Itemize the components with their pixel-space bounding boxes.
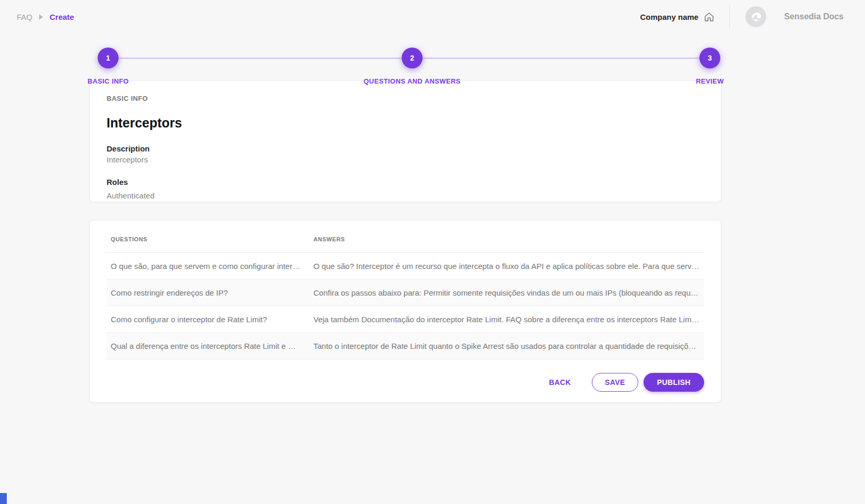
description-value: Interceptors (107, 155, 704, 164)
save-button[interactable]: SAVE (592, 373, 638, 392)
chevron-right-icon (39, 14, 43, 20)
form-actions: BACK SAVE PUBLISH (107, 373, 704, 392)
question-cell: Como configurar o interceptor de Rate Li… (107, 315, 313, 324)
breadcrumb-faq[interactable]: FAQ (17, 13, 32, 21)
basic-info-section-label: BASIC INFO (107, 95, 704, 102)
step-3-label: REVIEW (696, 77, 724, 85)
brand-name: Sensedia Docs (784, 12, 844, 21)
sensedia-logo-icon (745, 6, 766, 27)
qa-table-header: QUESTIONS ANSWERS (107, 236, 704, 253)
step-2-circle[interactable]: 2 (402, 48, 423, 68)
qa-table: QUESTIONS ANSWERS O que são, para que se… (107, 236, 704, 359)
questions-answers-card: QUESTIONS ANSWERS O que são, para que se… (89, 220, 721, 403)
answers-column-header: ANSWERS (313, 236, 704, 252)
description-field: Description Interceptors (107, 144, 704, 164)
step-questions-answers[interactable]: 2 QUESTIONS AND ANSWERS (329, 48, 496, 85)
basic-info-card: BASIC INFO Interceptors Description Inte… (89, 80, 721, 202)
step-basic-info[interactable]: 1 BASIC INFO (25, 48, 192, 85)
back-button[interactable]: BACK (541, 373, 579, 392)
roles-field: Roles Authenticated (107, 178, 704, 200)
topbar-right-cluster: Company name Sensedia Docs (640, 5, 844, 29)
step-1-label: BASIC INFO (87, 77, 128, 85)
table-row[interactable]: Como restringir endereços de IP? Confira… (107, 279, 704, 306)
publish-button[interactable]: PUBLISH (644, 373, 704, 392)
step-2-label: QUESTIONS AND ANSWERS (364, 77, 461, 85)
table-row[interactable]: Como configurar o interceptor de Rate Li… (107, 306, 704, 333)
top-bar: FAQ Create Company name Sensedia Docs (0, 0, 865, 33)
roles-value: Authenticated (107, 191, 704, 200)
table-row[interactable]: O que são, para que servem e como config… (107, 253, 704, 279)
wizard-stepper: 1 BASIC INFO 2 QUESTIONS AND ANSWERS 3 R… (0, 36, 865, 76)
step-3-circle[interactable]: 3 (699, 48, 720, 68)
answer-cell: Tanto o interceptor de Rate Limit quanto… (313, 342, 704, 350)
breadcrumb-create: Create (50, 13, 74, 21)
bottom-left-blue-artifact (0, 493, 7, 504)
breadcrumb: FAQ Create (17, 13, 74, 21)
question-cell: O que são, para que servem e como config… (107, 262, 313, 271)
faq-title: Interceptors (107, 115, 704, 131)
qa-table-body: O que são, para que servem e como config… (107, 253, 704, 359)
company-name: Company name (640, 13, 698, 21)
description-label: Description (107, 144, 704, 153)
question-cell: Qual a diferença entre os interceptors R… (107, 342, 313, 350)
questions-column-header: QUESTIONS (107, 236, 313, 252)
answer-cell: O que são? Interceptor é um recurso que … (313, 262, 704, 271)
table-row[interactable]: Qual a diferença entre os interceptors R… (107, 333, 704, 359)
home-icon[interactable] (704, 11, 715, 22)
step-1-circle[interactable]: 1 (98, 48, 119, 68)
question-cell: Como restringir endereços de IP? (107, 288, 313, 297)
topbar-divider (729, 5, 730, 29)
answer-cell: Confira os passos abaixo para: Permitir … (313, 288, 704, 297)
roles-label: Roles (107, 178, 704, 186)
answer-cell: Veja também Documentação do interceptor … (313, 315, 704, 324)
step-review[interactable]: 3 REVIEW (626, 48, 793, 85)
